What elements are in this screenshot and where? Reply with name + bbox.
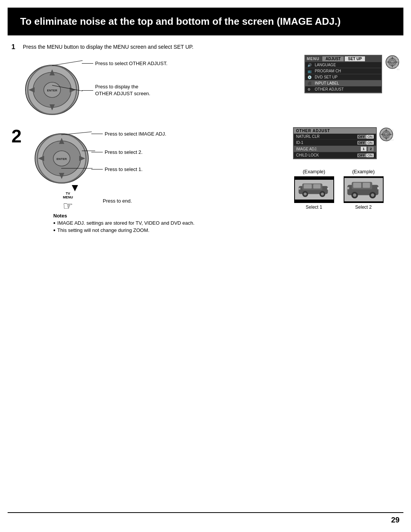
svg-point-52 (304, 193, 307, 196)
step2-left: ENTER Press to select IMAGE ADJ. (32, 127, 196, 235)
hand-pointer-icon: ☞ (63, 200, 73, 212)
controller-diagram-2: ENTER (32, 131, 91, 187)
svg-line-8 (52, 61, 83, 66)
bottom-divider (8, 512, 403, 513)
notes-section: Notes • IMAGE ADJ. settings are stored f… (53, 213, 196, 233)
callout-select-1: Press to select 1. (91, 166, 143, 172)
callout-display-other-adjust: Press to display theOTHER ADJUST screen. (82, 83, 150, 97)
toggle-child-lock: OFF ON (357, 153, 374, 157)
example-2-label: (Example) (352, 169, 374, 174)
tv-menu-button: TVMENU ☞ (63, 192, 73, 212)
menu-item-program: 📺 PROGRAM CH (305, 68, 381, 74)
note-bullet-1: • (53, 220, 56, 226)
callout-select-other-adjust: Press to select OTHER ADJUST. (82, 61, 167, 66)
step2-section: 2 ENTER (11, 127, 400, 235)
other-icon: ⚙ (307, 88, 313, 91)
svg-point-54 (321, 193, 324, 196)
menu-item-other-adjust: ⚙ OTHER ADJUST (305, 86, 381, 93)
note-bullet-2: • (53, 227, 56, 233)
press-end-text: Press to end. (103, 198, 132, 204)
svg-rect-63 (363, 183, 370, 188)
note-text-1: IMAGE ADJ. settings are stored for TV, V… (57, 220, 195, 226)
car-image-1 (294, 176, 334, 203)
oa-row-naturl: NATURL CLR OFF ON (294, 134, 376, 140)
num-box-1: 1 (361, 147, 366, 151)
note-item-1: • IMAGE ADJ. settings are stored for TV,… (53, 220, 196, 226)
note-item-2: • This setting will not change during ZO… (53, 227, 196, 233)
svg-point-67 (371, 193, 374, 197)
menu-ui-area: MENU ADJUST SET UP 🔊 LANGUAGE 📺 PROGRAM … (304, 55, 400, 93)
toggle-naturl: OFF ON (357, 135, 374, 139)
title-text: To eliminate noise at the top and bottom… (20, 16, 341, 27)
svg-text:ENTER: ENTER (384, 134, 389, 136)
svg-text:PAGE: PAGE (397, 60, 400, 62)
step1-number: 1 (11, 43, 19, 51)
toggle-id1: OFF ON (357, 141, 374, 145)
menu-header: MENU ADJUST SET UP (305, 56, 381, 62)
svg-rect-68 (377, 187, 379, 189)
svg-rect-49 (304, 184, 312, 189)
num-group-image-adj: 1 2 (361, 147, 374, 151)
svg-text:ENTER: ENTER (56, 157, 67, 161)
svg-rect-62 (353, 183, 361, 188)
oa-row-child-lock: CHILD LOCK OFF ON (294, 152, 376, 158)
tv-menu-label: TVMENU (63, 192, 73, 200)
step2-number: 2 (11, 127, 27, 145)
callout-text-1: Press to select OTHER ADJUST. (95, 61, 167, 66)
input-icon: ⬛ (307, 81, 313, 85)
callout-select-2: Press to select 2. (91, 149, 143, 155)
other-adjust-header: OTHER ADJUST (294, 128, 376, 134)
notes-title: Notes (53, 213, 196, 219)
svg-rect-55 (327, 188, 329, 190)
example-1-label: (Example) (303, 169, 325, 174)
svg-rect-59 (344, 201, 383, 203)
oa-row-id1: ID-1 OFF ON (294, 140, 376, 146)
right-panel: OTHER ADJUST NATURL CLR OFF ON ID-1 OFF (293, 127, 400, 210)
language-icon: 🔊 (307, 63, 313, 67)
menu-dial-icon: ENTER ENTER PAGE RETURN SELECT (385, 55, 400, 86)
dvd-icon: 💿 (307, 75, 313, 79)
svg-rect-56 (298, 188, 300, 190)
svg-rect-58 (344, 177, 383, 178)
oa-row-image-adj: IMAGE ADJ. 1 2 (294, 146, 376, 152)
svg-text:SELECT: SELECT (397, 68, 400, 70)
menu-item-dvd: 💿 DVD SET UP (305, 74, 381, 80)
callout-text-2: Press to display theOTHER ADJUST screen. (95, 83, 150, 97)
svg-text:ENTER: ENTER (397, 57, 400, 59)
svg-text:CHANGE: CHANGE (389, 129, 393, 131)
menu-tab-setup: SET UP (345, 56, 365, 61)
other-adjust-box: OTHER ADJUST NATURL CLR OFF ON ID-1 OFF (293, 127, 377, 159)
car-image-2 (344, 176, 384, 203)
example-1: (Example) (293, 169, 335, 210)
svg-text:RETURN: RETURN (389, 135, 393, 137)
callout-text-image-adj: Press to select IMAGE ADJ. (105, 131, 166, 137)
callout-line-select2 (82, 148, 97, 154)
program-icon: 📺 (307, 69, 313, 73)
callout-text-select1: Press to select 1. (105, 166, 143, 172)
oa-dial-icon: ENTER CHANGE RETURN SELECT (379, 127, 393, 159)
svg-text:RETURN: RETURN (397, 65, 400, 67)
examples-row: (Example) (293, 169, 400, 210)
menu-box: MENU ADJUST SET UP 🔊 LANGUAGE 📺 PROGRAM … (304, 55, 382, 93)
callout-line-image-adj (58, 128, 96, 136)
callout-line-1 (49, 55, 88, 66)
callout-text-select2: Press to select 2. (105, 149, 143, 155)
svg-text:SELECT: SELECT (389, 139, 393, 141)
svg-rect-46 (295, 200, 333, 203)
svg-rect-45 (295, 177, 333, 180)
example-2: (Example) (342, 169, 384, 210)
svg-line-30 (61, 132, 92, 135)
svg-line-9 (52, 85, 83, 91)
menu-item-input-label: ⬛ INPUT LABEL (305, 80, 381, 86)
svg-rect-69 (347, 187, 349, 189)
example-2-select: Select 2 (355, 204, 371, 210)
menu-item-language: 🔊 LANGUAGE (305, 62, 381, 68)
note-text-2: This setting will not change during ZOOM… (57, 227, 150, 233)
callout-image-adj: Press to select IMAGE ADJ. (91, 131, 166, 137)
svg-point-65 (353, 193, 356, 197)
step1-header: 1 Press the MENU button to display the M… (11, 43, 400, 51)
example-1-select: Select 1 (306, 204, 322, 210)
callout-line-select1 (58, 166, 96, 170)
page-number: 29 (391, 516, 400, 524)
svg-text:ENTER: ENTER (390, 62, 395, 64)
